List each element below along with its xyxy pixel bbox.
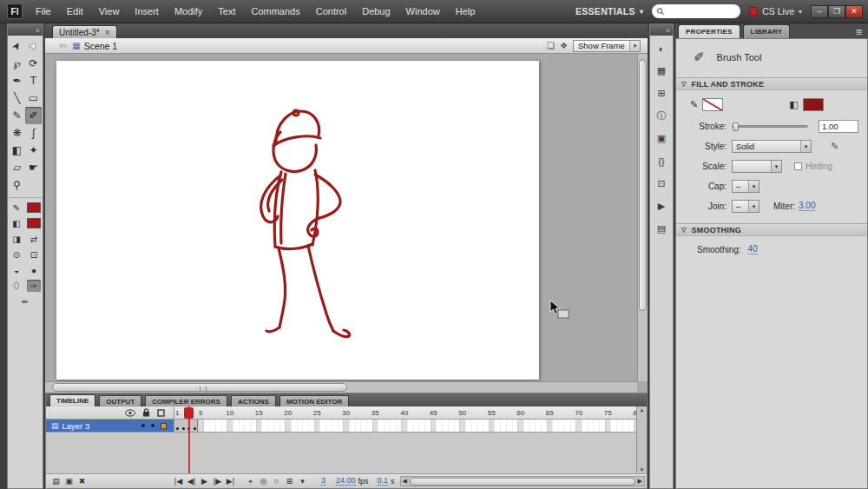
stage-horizontal-scrollbar[interactable]: [45, 381, 637, 393]
keyframe-block[interactable]: [174, 420, 198, 432]
menu-item-text[interactable]: Text: [210, 0, 243, 23]
rectangle-tool[interactable]: ▭: [25, 89, 42, 107]
menu-item-modify[interactable]: Modify: [167, 0, 210, 23]
selection-tool[interactable]: ➤: [9, 37, 25, 55]
menu-item-help[interactable]: Help: [448, 0, 483, 23]
dock-header[interactable]: «: [650, 24, 673, 36]
new-layer-button[interactable]: ▤: [49, 476, 62, 487]
code-snippets-panel-icon[interactable]: {}: [652, 152, 671, 170]
menu-item-commands[interactable]: Commands: [243, 0, 307, 23]
stroke-color-swatch[interactable]: [27, 202, 41, 213]
close-icon[interactable]: ×: [105, 28, 110, 37]
menu-item-window[interactable]: Window: [398, 0, 448, 23]
paint-bucket-tool[interactable]: ◧: [9, 142, 25, 159]
menu-item-insert[interactable]: Insert: [127, 0, 167, 23]
scroll-left-icon[interactable]: ◀: [401, 478, 409, 485]
layer-row[interactable]: ▤ Layer 3: [46, 420, 174, 433]
brush-size-button[interactable]: ●: [27, 264, 41, 276]
align-panel-icon[interactable]: ⊞: [652, 84, 671, 102]
deco-tool[interactable]: ❋: [9, 124, 25, 142]
menu-item-edit[interactable]: Edit: [59, 0, 91, 23]
workspace-switcher[interactable]: ESSENTIALS ▾: [575, 6, 643, 17]
go-first-frame-button[interactable]: |◀: [172, 476, 185, 487]
zoom-tool[interactable]: ⚲: [9, 176, 25, 194]
onion-skin-button[interactable]: ◎: [257, 476, 270, 487]
tab-timeline[interactable]: TIMELINE: [49, 394, 95, 406]
tab-actions[interactable]: ACTIONS: [231, 395, 276, 406]
tab-output[interactable]: OUTPUT: [99, 395, 141, 406]
go-last-frame-button[interactable]: ▶|: [224, 476, 237, 487]
fill-color-icon[interactable]: ◧: [10, 217, 23, 229]
step-forward-button[interactable]: |▶: [211, 476, 224, 487]
layer-name[interactable]: Layer 3: [62, 421, 90, 431]
hinting-checkbox[interactable]: [794, 162, 802, 170]
layer-lock-dot[interactable]: [151, 424, 155, 427]
use-tilt-button[interactable]: ✏: [18, 295, 32, 307]
timeline-hscroll-thumb[interactable]: [410, 478, 635, 486]
swatches-panel-icon[interactable]: ▦: [652, 62, 671, 80]
elapsed-time-value[interactable]: 0.1: [378, 477, 389, 486]
eye-icon[interactable]: [125, 409, 135, 417]
scroll-down-icon[interactable]: ▼: [640, 467, 645, 472]
minimize-button[interactable]: –: [811, 5, 828, 18]
delete-layer-button[interactable]: ✖: [76, 476, 89, 487]
transform-panel-icon[interactable]: ▣: [652, 129, 671, 148]
black-white-button[interactable]: ◨: [10, 233, 23, 245]
frame-ruler[interactable]: 1510152025303540455055606570758085: [174, 406, 636, 420]
motion-presets-panel-icon[interactable]: ▶: [652, 197, 671, 215]
edit-multiple-frames-button[interactable]: ⊞: [283, 476, 296, 487]
center-frame-button[interactable]: ⌖: [244, 476, 257, 487]
stroke-style-select[interactable]: Solid ▾: [732, 140, 812, 153]
modify-markers-button[interactable]: ▾: [296, 476, 309, 487]
tab-motion-editor[interactable]: MOTION EDITOR: [279, 395, 349, 406]
timeline-vertical-scrollbar[interactable]: ▲ ▼: [636, 406, 647, 473]
color-panel-icon[interactable]: ◐: [652, 39, 671, 57]
tab-properties[interactable]: PROPERTIES: [678, 24, 740, 38]
pencil-tool[interactable]: ✎: [9, 107, 25, 124]
brush-mode-button[interactable]: ◒: [10, 264, 23, 276]
stroke-color-swatch[interactable]: [702, 98, 723, 111]
swap-colors-button[interactable]: ⇄: [27, 233, 41, 245]
vertical-scrollbar-thumb[interactable]: [639, 59, 647, 311]
layer-visibility-dot[interactable]: [141, 424, 145, 427]
brush-tool[interactable]: ✐: [25, 107, 42, 124]
text-tool[interactable]: T: [25, 72, 42, 89]
fill-stroke-section-header[interactable]: ▽ FILL AND STROKE: [676, 77, 867, 90]
stroke-weight-input[interactable]: 1.00: [819, 120, 858, 133]
search-input[interactable]: ⚲: [652, 4, 740, 18]
layer-outline-swatch[interactable]: [161, 423, 167, 429]
frame-rate-value[interactable]: 24.00: [336, 477, 356, 486]
brush-shape-button[interactable]: ⬯: [10, 280, 23, 292]
tab-compiler-errors[interactable]: COMPILER ERRORS: [145, 395, 227, 406]
horizontal-scrollbar-thumb[interactable]: [52, 383, 347, 392]
document-tab[interactable]: Untitled-3* ×: [52, 25, 117, 38]
eraser-tool[interactable]: ▱: [9, 159, 25, 176]
pen-tool[interactable]: ✒: [9, 72, 25, 89]
edit-symbols-icon[interactable]: ❖: [560, 41, 568, 50]
scale-select[interactable]: ▾: [732, 160, 782, 173]
timeline-horizontal-scrollbar[interactable]: ◀ ▶: [400, 476, 645, 486]
menu-item-debug[interactable]: Debug: [354, 0, 398, 23]
playhead-marker[interactable]: [184, 407, 194, 419]
scroll-right-icon[interactable]: ▶: [636, 478, 644, 485]
info-panel-icon[interactable]: ⓘ: [652, 107, 671, 125]
project-panel-icon[interactable]: ▤: [652, 220, 671, 238]
tools-panel-header[interactable]: «: [8, 24, 43, 36]
edit-scene-icon[interactable]: ❏: [547, 41, 555, 50]
menu-item-view[interactable]: View: [91, 0, 128, 23]
stage-vertical-scrollbar[interactable]: [637, 54, 648, 381]
subselection-tool[interactable]: ➤: [25, 37, 42, 55]
use-pressure-button[interactable]: ✑: [27, 280, 41, 292]
onion-skin-outlines-button[interactable]: ○: [270, 476, 283, 487]
keyframe-dot[interactable]: [194, 427, 196, 430]
pasteboard[interactable]: [45, 54, 648, 393]
lock-fill-button[interactable]: ⊡: [27, 248, 41, 261]
tab-library[interactable]: LIBRARY: [743, 24, 791, 38]
cap-select[interactable]: – ▾: [732, 180, 760, 193]
panel-menu-icon[interactable]: ≣: [856, 27, 868, 38]
step-back-button[interactable]: ◀|: [185, 476, 198, 487]
new-folder-button[interactable]: ▣: [62, 476, 76, 487]
stroke-color-icon[interactable]: ✎: [10, 202, 23, 214]
fill-color-swatch[interactable]: [803, 98, 824, 111]
frames-row[interactable]: [174, 420, 636, 433]
